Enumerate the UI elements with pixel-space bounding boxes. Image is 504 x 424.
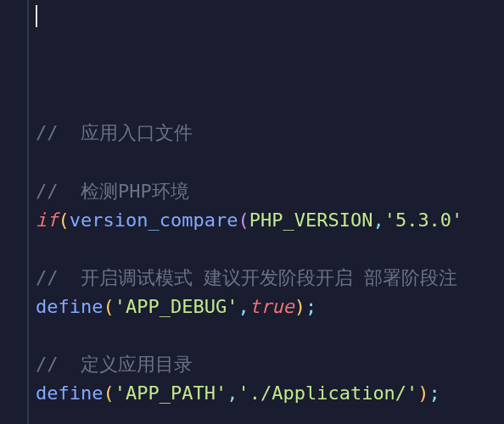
- code-token: version_compare: [70, 209, 238, 231]
- code-line: [36, 235, 504, 264]
- code-token: // 开启调试模式 建议开发阶段开启 部署阶段注: [36, 267, 457, 288]
- code-token: ,: [372, 209, 384, 231]
- code-line: if(version_compare(PHP_VERSION,'5.3.0': [36, 206, 504, 235]
- code-token: PHP_VERSION: [249, 209, 373, 231]
- code-line: [36, 321, 504, 350]
- code-line: // 应用入口文件: [36, 119, 504, 148]
- code-token: ,: [227, 382, 238, 404]
- code-token: (: [103, 296, 114, 317]
- code-token: define: [36, 382, 103, 404]
- code-token: define: [36, 296, 103, 317]
- code-token: // 定义应用目录: [36, 354, 193, 375]
- code-line: // 开启调试模式 建议开发阶段开启 部署阶段注: [36, 264, 504, 293]
- code-token: 'APP_DEBUG': [115, 296, 238, 317]
- code-token: ): [294, 296, 305, 317]
- code-token: // 应用入口文件: [36, 122, 193, 143]
- code-token: 'APP_PATH': [115, 382, 227, 404]
- code-token: ): [417, 382, 428, 404]
- code-line: // 定义应用目录: [36, 350, 504, 379]
- text-cursor: [36, 5, 37, 27]
- code-token: (: [59, 209, 70, 231]
- code-token: './Application/': [238, 382, 417, 404]
- code-line: define('APP_DEBUG',true);: [36, 293, 504, 321]
- code-token: true: [249, 296, 294, 317]
- code-line: [36, 90, 504, 119]
- code-token: ;: [429, 382, 440, 404]
- code-token: (: [103, 382, 114, 404]
- code-token: ,: [238, 296, 249, 317]
- code-token: '5.3.0': [384, 209, 463, 231]
- code-token: ;: [305, 296, 316, 317]
- code-line: [36, 148, 504, 176]
- code-line: [36, 408, 504, 424]
- editor-gutter: [0, 0, 29, 424]
- code-token: (: [238, 209, 249, 231]
- code-token: if: [36, 209, 59, 231]
- code-line: define('APP_PATH','./Application/');: [36, 379, 504, 408]
- code-lines: // 应用入口文件 // 检测PHP环境if(version_compare(P…: [36, 90, 504, 424]
- code-line: // 检测PHP环境: [36, 177, 504, 206]
- code-area[interactable]: // 应用入口文件 // 检测PHP环境if(version_compare(P…: [29, 0, 504, 424]
- code-token: // 检测PHP环境: [36, 181, 189, 202]
- code-editor[interactable]: // 应用入口文件 // 检测PHP环境if(version_compare(P…: [0, 0, 504, 424]
